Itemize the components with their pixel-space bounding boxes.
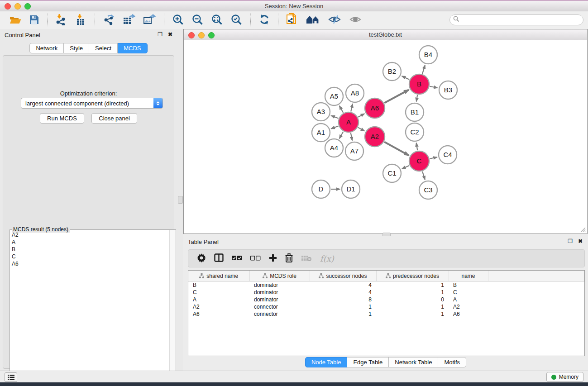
import-network-button[interactable] [52, 12, 72, 29]
table-cell[interactable]: dominator [249, 296, 310, 303]
graph-edge[interactable] [422, 172, 425, 180]
table-cell[interactable]: connector [249, 303, 310, 310]
table-cell[interactable]: A2 [449, 303, 488, 310]
graph-edge[interactable] [402, 166, 409, 169]
close-panel-icon[interactable]: ✖ [168, 31, 172, 38]
graph-edge[interactable] [339, 132, 344, 138]
table-cell[interactable]: 0 [376, 296, 449, 303]
show-panels-button[interactable] [5, 372, 17, 382]
add-column-button[interactable] [265, 250, 281, 267]
tab-network[interactable]: Network [29, 43, 64, 53]
graph-edge[interactable] [358, 128, 364, 131]
tab-network-table[interactable]: Network Table [389, 357, 438, 367]
graph-edge[interactable] [358, 114, 364, 117]
network-canvas[interactable]: B4B2BB3A8A5A6B1A3AA1C2A2A4A7C4CC1C3DD1 [184, 40, 587, 234]
graph-edge[interactable] [416, 95, 417, 102]
table-cell[interactable]: 8 [310, 296, 376, 303]
table-cell[interactable]: B [449, 281, 488, 289]
delete-column-button[interactable] [281, 250, 297, 267]
table-cell[interactable]: B [188, 281, 249, 289]
column-visibility-button[interactable] [210, 250, 228, 267]
vertical-splitter[interactable] [177, 29, 183, 371]
graph-edge[interactable] [402, 76, 410, 80]
function-builder-button[interactable]: f(x) [316, 250, 338, 267]
table-cell[interactable]: A2 [188, 303, 249, 310]
table-row[interactable]: Adominator80A [188, 296, 584, 303]
graph-edge[interactable] [331, 126, 338, 129]
graph-edge[interactable] [430, 157, 437, 159]
column-header-predecessor-nodes[interactable]: predecessor nodes [376, 271, 449, 281]
scrollbar[interactable] [169, 230, 176, 386]
mcds-result-item[interactable]: C [10, 253, 169, 260]
graph-edge[interactable] [351, 104, 353, 111]
tab-node-table[interactable]: Node Table [305, 357, 348, 367]
resize-grip-icon[interactable] [579, 226, 586, 232]
tab-select[interactable]: Select [89, 43, 118, 53]
mcds-result-item[interactable]: A6 [10, 260, 169, 267]
graph-edge[interactable] [331, 115, 338, 118]
table-cell[interactable]: 4 [310, 281, 376, 289]
run-mcds-button[interactable]: Run MCDS [40, 113, 84, 124]
column-header-successor-nodes[interactable]: successor nodes [310, 271, 376, 281]
table-cell[interactable]: C [449, 289, 488, 296]
tab-edge-table[interactable]: Edge Table [347, 357, 389, 367]
zoom-out-button[interactable] [188, 12, 207, 29]
show-graphics-details-button[interactable] [345, 12, 366, 29]
table-settings-button[interactable] [193, 250, 210, 267]
table-cell[interactable]: 1 [376, 289, 449, 296]
home-button[interactable] [301, 12, 324, 29]
graph-edge[interactable] [339, 106, 344, 113]
memory-button[interactable]: Memory [546, 372, 583, 382]
network-graph[interactable]: B4B2BB3A8A5A6B1A3AA1C2A2A4A7C4CC1C3DD1 [184, 40, 587, 234]
table-cell[interactable]: 1 [376, 281, 449, 289]
criterion-dropdown[interactable]: largest connected component (directed) [21, 98, 163, 109]
float-panel-icon[interactable]: ❐ [568, 238, 573, 244]
zoom-fit-button[interactable] [207, 12, 227, 29]
float-panel-icon[interactable]: ❐ [158, 31, 163, 38]
tab-motifs[interactable]: Motifs [438, 357, 466, 367]
deselect-all-button[interactable] [246, 250, 265, 267]
column-header-mcds-role[interactable]: MCDS role [249, 271, 310, 281]
mcds-result-item[interactable]: A2 [10, 231, 169, 238]
graph-edge[interactable] [384, 142, 409, 156]
zoom-selected-button[interactable] [227, 12, 246, 29]
table-cell[interactable]: 1 [376, 303, 449, 310]
open-network-file-button[interactable] [282, 12, 301, 29]
column-header-shared-name[interactable]: shared name [188, 271, 249, 281]
table-cell[interactable]: dominator [249, 281, 310, 289]
select-all-button[interactable] [228, 250, 246, 267]
hide-graphics-details-button[interactable] [324, 12, 345, 29]
column-header-name[interactable]: name [449, 271, 488, 281]
close-panel-icon[interactable]: ✖ [578, 238, 583, 244]
table-row[interactable]: A6connector11A6 [188, 310, 584, 318]
table-row[interactable]: Cdominator41C [188, 289, 584, 296]
table-cell[interactable]: 4 [310, 289, 376, 296]
tab-style[interactable]: Style [64, 43, 89, 53]
table-cell[interactable]: 1 [310, 310, 376, 318]
graph-edge[interactable] [416, 143, 418, 151]
import-table-button[interactable] [72, 12, 91, 29]
table-cell[interactable]: C [188, 289, 249, 296]
table-row[interactable]: A2connector11A2 [188, 303, 584, 310]
table-cell[interactable]: 1 [376, 310, 449, 318]
table-cell[interactable]: A [188, 296, 249, 303]
graph-edge[interactable] [422, 65, 425, 74]
graph-edge[interactable] [430, 86, 438, 88]
delete-table-button[interactable] [297, 250, 316, 267]
table-cell[interactable]: A6 [188, 310, 249, 318]
table-cell[interactable]: connector [249, 310, 310, 318]
graph-edge[interactable] [351, 133, 352, 141]
splitter-handle[interactable] [178, 196, 183, 204]
search-input[interactable] [461, 16, 583, 24]
table-cell[interactable]: dominator [249, 289, 310, 296]
refresh-button[interactable] [255, 12, 274, 29]
mcds-result-item[interactable]: A [10, 238, 169, 246]
export-image-button[interactable] [139, 12, 160, 29]
tab-mcds[interactable]: MCDS [118, 43, 147, 53]
zoom-in-button[interactable] [168, 12, 188, 29]
mcds-result-item[interactable]: B [10, 246, 169, 253]
close-panel-button[interactable]: Close panel [91, 113, 137, 124]
save-session-button[interactable] [25, 12, 43, 29]
graph-edge[interactable] [384, 90, 409, 103]
export-network-button[interactable] [99, 12, 119, 29]
